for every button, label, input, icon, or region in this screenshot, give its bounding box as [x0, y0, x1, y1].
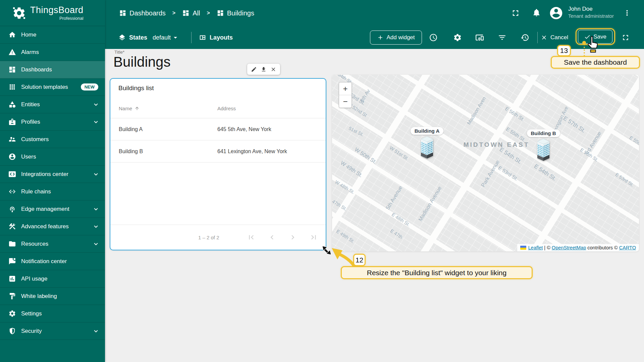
map-widget[interactable]: W 54th St.W 53rd St.6th AvW 52nd St51st …	[332, 75, 639, 251]
sidebar-item-users[interactable]: Users	[0, 148, 105, 166]
states-selector[interactable]: States default	[118, 26, 179, 49]
chevron-down-icon	[92, 240, 100, 248]
cell-address: 641 Lexington Ave, New York	[217, 148, 287, 155]
chevron-down-icon	[92, 171, 100, 178]
chevron-down-icon	[92, 223, 100, 230]
cell-name: Building B	[119, 148, 217, 155]
building-icon	[536, 138, 550, 164]
table-header: Name Address	[110, 99, 326, 118]
map-area-label: MIDTOWN EAST	[464, 141, 529, 148]
sort-asc-icon[interactable]	[132, 106, 140, 111]
api-usage-icon	[8, 275, 16, 283]
sidebar-item-profiles[interactable]: Profiles	[0, 113, 105, 131]
building-icon	[420, 136, 434, 161]
sidebar-item-solution-templates[interactable]: Solution templatesNEW	[0, 78, 105, 96]
sidebar-item-entities[interactable]: Entities	[0, 96, 105, 113]
sidebar-item-security[interactable]: Security	[0, 322, 105, 340]
filters-icon[interactable]	[498, 33, 506, 42]
new-badge: NEW	[81, 83, 98, 90]
avatar[interactable]	[549, 6, 564, 20]
sidebar-item-customers[interactable]: Customers	[0, 131, 105, 148]
sidebar-item-settings[interactable]: Settings	[0, 305, 105, 322]
column-address[interactable]: Address	[217, 106, 236, 111]
page-title: Buildings	[113, 54, 170, 70]
step13-number-badge: 13	[557, 45, 571, 56]
user-menu[interactable]: John Doe Tenant administrator	[568, 5, 614, 19]
dashboards-icon	[8, 66, 16, 73]
buildings-list-widget[interactable]: Buildings list Name Address Building A64…	[110, 78, 326, 250]
zoom-out-button[interactable]: −	[339, 95, 352, 108]
map-attribution: Leaflet | © OpenStreetMap contributors ©…	[517, 244, 639, 251]
table-row[interactable]: Building B641 Lexington Ave, New York	[110, 140, 326, 163]
breadcrumb-buildings[interactable]: Buildings	[217, 9, 254, 17]
carto-link[interactable]: CARTO	[619, 245, 636, 250]
sidebar: ThingsBoard Professional HomeAlarmsDashb…	[0, 0, 105, 362]
column-name[interactable]: Name	[119, 106, 132, 111]
sidebar-item-edge-management[interactable]: Edge management	[0, 200, 105, 218]
layouts-button[interactable]: Layouts	[199, 26, 233, 49]
step13-connector-line	[584, 44, 585, 56]
openstreetmap-link[interactable]: OpenStreetMap	[552, 245, 586, 250]
edit-widget-icon[interactable]	[251, 66, 257, 72]
fullscreen-icon[interactable]	[511, 8, 520, 18]
chevron-down-icon	[92, 118, 100, 126]
edge-management-icon	[8, 205, 16, 213]
breadcrumb-dashboards[interactable]: Dashboards	[119, 9, 166, 17]
entities-icon	[8, 101, 16, 108]
breadcrumb-separator: >	[207, 10, 210, 16]
sidebar-item-alarms[interactable]: Alarms	[0, 44, 105, 61]
table-row[interactable]: Building A645 5th Ave, New York	[110, 118, 326, 140]
first-page-button[interactable]	[244, 230, 259, 245]
time-window-icon[interactable]	[429, 33, 438, 42]
more-options-icon[interactable]	[623, 9, 631, 17]
resources-icon	[8, 240, 16, 248]
dashboard-icon	[182, 9, 190, 17]
sidebar-item-advanced-features[interactable]: Advanced features	[0, 218, 105, 235]
previous-page-button[interactable]	[265, 230, 279, 245]
step12-callout: Resize the "Building list" widget to you…	[341, 266, 533, 279]
map-marker-building-a[interactable]: Building A	[409, 127, 445, 161]
chevron-down-icon	[92, 101, 100, 108]
cell-name: Building A	[119, 126, 217, 132]
plus-icon	[377, 34, 384, 41]
fullscreen-icon[interactable]	[621, 33, 630, 42]
add-widget-button[interactable]: Add widget	[370, 31, 422, 45]
version-history-icon[interactable]	[521, 33, 529, 42]
cell-address: 645 5th Ave, New York	[217, 126, 271, 132]
sidebar-item-dashboards[interactable]: Dashboards	[0, 61, 105, 78]
remove-widget-icon[interactable]	[270, 66, 276, 72]
sidebar-item-api-usage[interactable]: API usage	[0, 270, 105, 288]
sidebar-menu: HomeAlarmsDashboardsSolution templatesNE…	[0, 26, 105, 340]
toolbar-divider	[537, 32, 538, 43]
breadcrumb-all[interactable]: All	[182, 9, 200, 17]
sidebar-item-notification-center[interactable]: Notification center	[0, 253, 105, 270]
integrations-center-icon	[8, 170, 16, 178]
next-page-button[interactable]	[285, 230, 300, 245]
map-zoom-control: + −	[339, 82, 352, 108]
leaflet-link[interactable]: Leaflet	[528, 245, 543, 250]
entity-aliases-icon[interactable]	[475, 33, 484, 42]
layouts-icon	[199, 34, 206, 41]
download-widget-icon[interactable]	[261, 66, 267, 72]
dashboard-settings-icon[interactable]	[453, 33, 462, 42]
notifications-bell-icon[interactable]	[532, 8, 541, 17]
cancel-button[interactable]: Cancel	[541, 31, 568, 45]
paginator-range-label: 1 – 2 of 2	[198, 235, 219, 240]
settings-icon	[8, 310, 16, 317]
last-page-button[interactable]	[306, 230, 321, 245]
sidebar-item-resources[interactable]: Resources	[0, 235, 105, 253]
home-icon	[8, 31, 16, 39]
logo[interactable]: ThingsBoard Professional	[0, 0, 105, 26]
notification-center-icon	[8, 257, 16, 265]
white-labeling-icon	[8, 292, 16, 300]
sidebar-item-rule-chains[interactable]: Rule chains	[0, 183, 105, 200]
paginator: 1 – 2 of 2	[110, 225, 326, 250]
map-marker-building-b[interactable]: Building B	[525, 129, 562, 164]
sidebar-item-integrations-center[interactable]: Integrations center	[0, 166, 105, 183]
map-street-grid	[332, 75, 639, 251]
zoom-in-button[interactable]: +	[339, 82, 352, 95]
users-icon	[8, 153, 16, 161]
sidebar-item-white-labeling[interactable]: White labeling	[0, 288, 105, 305]
sidebar-item-home[interactable]: Home	[0, 26, 105, 44]
brand-subtitle: Professional	[59, 16, 84, 21]
